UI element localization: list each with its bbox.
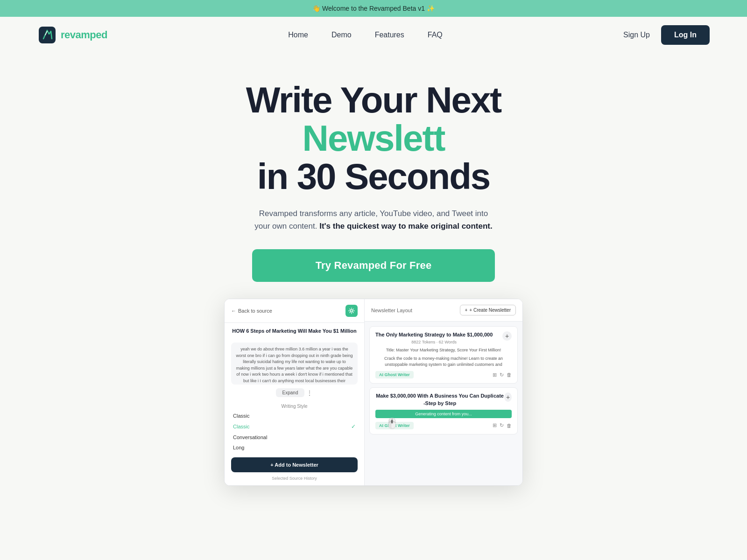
expand-dots[interactable]: ⋮ <box>306 389 313 397</box>
svg-rect-0 <box>39 27 56 43</box>
nav-faq[interactable]: FAQ <box>428 31 443 39</box>
cta-button[interactable]: Try Revamped For Free <box>252 249 495 282</box>
delete-icon-1[interactable]: 🗑 <box>507 423 512 428</box>
login-button[interactable]: Log In <box>661 25 710 45</box>
style-item-2[interactable]: Conversational <box>231 432 358 442</box>
screenshot-wrapper: ← Back to source HOW 6 Steps of Marketin… <box>140 299 607 486</box>
banner-text: 👋 Welcome to the Revamped Beta v1 ✨ <box>312 5 435 12</box>
article-excerpt-0: Crack the code to a money-making machine… <box>375 356 512 367</box>
settings-icon[interactable] <box>345 305 358 317</box>
ghost-writer-tag-1: AI Ghost Writer <box>375 422 414 429</box>
nav-links: Home Demo Features FAQ <box>288 31 443 39</box>
add-newsletter-button[interactable]: + Add to Newsletter <box>231 457 358 472</box>
add-article-icon-1[interactable]: + <box>504 392 512 402</box>
hero-title: Write Your Next Newslett in 30 Seconds <box>9 81 738 196</box>
delete-icon-0[interactable]: 🗑 <box>507 372 512 378</box>
card-header-0: The Only Marketing Strategy to Make $1,0… <box>375 331 512 347</box>
right-panel: Newsletter Layout + + Create Newsletter … <box>365 299 522 485</box>
article-title-1: Make $3,000,000 With A Business You Can … <box>375 392 504 407</box>
svg-point-1 <box>351 310 353 312</box>
resize-icon-1[interactable]: ⊞ <box>493 422 497 428</box>
article-meta-0: 8822 Tokens · 62 Words <box>375 340 493 344</box>
panel-title: HOW 6 Steps of Marketing Will Make You $… <box>225 323 364 339</box>
generating-bar: Generating content from you... <box>375 410 512 418</box>
article-footer-1: AI Ghost Writer ⊞ ↻ 🗑 <box>375 422 512 429</box>
refresh-icon-0[interactable]: ↻ <box>500 372 504 378</box>
style-item-0[interactable]: Classic <box>231 411 358 421</box>
expand-bar: Expand ⋮ <box>231 388 358 397</box>
hero-title-accent: Newslett <box>303 118 445 159</box>
hero-section: Write Your Next Newslett in 30 Seconds R… <box>0 53 747 504</box>
selected-source-label: Selected Source History <box>225 476 364 485</box>
article-footer-0: AI Ghost Writer ⊞ ↻ 🗑 <box>375 371 512 378</box>
card-actions-0: ⊞ ↻ 🗑 <box>493 372 512 378</box>
style-item-3[interactable]: Long <box>231 442 358 453</box>
nav-logo[interactable]: revamped <box>37 25 107 45</box>
resize-icon-0[interactable]: ⊞ <box>493 372 497 378</box>
layout-label: Newsletter Layout <box>371 308 412 313</box>
article-title-0: The Only Marketing Strategy to Make $1,0… <box>375 331 493 338</box>
create-newsletter-button[interactable]: + + Create Newsletter <box>460 305 516 315</box>
check-icon: ✓ <box>351 423 356 430</box>
panel-header: ← Back to source <box>225 299 364 323</box>
nav-home[interactable]: Home <box>288 31 308 39</box>
card-header-1: Make $3,000,000 With A Business You Can … <box>375 392 512 407</box>
back-source[interactable]: ← Back to source <box>231 308 272 314</box>
style-list: Classic Classic ✓ Conversational Long <box>225 411 364 453</box>
logo-icon <box>37 25 57 45</box>
article-card-1: Make $3,000,000 With A Business You Can … <box>369 387 518 434</box>
nav-demo[interactable]: Demo <box>331 31 352 39</box>
left-panel: ← Back to source HOW 6 Steps of Marketin… <box>225 299 365 485</box>
signup-link[interactable]: Sign Up <box>623 31 650 39</box>
plus-icon: + <box>465 308 468 313</box>
ghost-writer-tag-0: AI Ghost Writer <box>375 371 414 378</box>
logo-text: revamped <box>61 29 107 41</box>
article-preview-0: Title: Master Your Marketing Strategy, S… <box>375 347 512 354</box>
add-article-icon-0[interactable]: + <box>502 331 512 341</box>
writing-style-label: Writing Style <box>225 400 364 411</box>
nav-actions: Sign Up Log In <box>623 25 710 45</box>
navbar: revamped Home Demo Features FAQ Sign Up … <box>0 17 747 53</box>
card-actions-1: ⊞ ↻ 🗑 <box>493 422 512 428</box>
right-panel-header: Newsletter Layout + + Create Newsletter <box>365 299 522 322</box>
refresh-icon-1[interactable]: ↻ <box>500 422 504 428</box>
hero-subtitle: Revamped transforms any article, YouTube… <box>252 207 495 232</box>
article-card-0: The Only Marketing Strategy to Make $1,0… <box>369 326 518 384</box>
app-window: ← Back to source HOW 6 Steps of Marketin… <box>224 299 523 486</box>
style-item-1[interactable]: Classic ✓ <box>231 421 358 432</box>
content-block: yeah we do about three million 3.6 milli… <box>231 343 358 385</box>
top-banner: 👋 Welcome to the Revamped Beta v1 ✨ <box>0 0 747 17</box>
nav-features[interactable]: Features <box>375 31 404 39</box>
expand-button[interactable]: Expand <box>276 388 305 397</box>
